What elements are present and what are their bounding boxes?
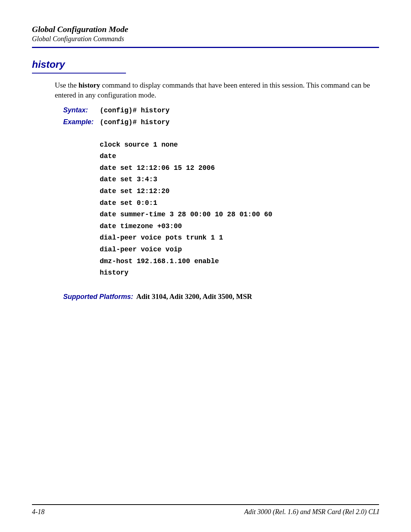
output-line: date timezone +03:00 bbox=[100, 220, 379, 232]
output-line: date set 0:0:1 bbox=[100, 197, 379, 209]
syntax-label: Syntax: bbox=[63, 106, 100, 114]
command-heading: history bbox=[32, 59, 126, 73]
definition-table: Syntax: (config)# history Example: (conf… bbox=[63, 106, 379, 126]
section-path: Global Configuration Commands bbox=[32, 35, 379, 43]
desc-pre: Use the bbox=[55, 81, 78, 89]
example-row: Example: (config)# history bbox=[63, 118, 379, 126]
header-divider bbox=[32, 47, 379, 48]
supported-platforms-value: Adit 3104, Adit 3200, Adit 3500, MSR bbox=[136, 292, 252, 301]
history-output: clock source 1 none date date set 12:12:… bbox=[100, 139, 379, 279]
supported-platforms-label: Supported Platforms: bbox=[63, 293, 133, 301]
page-footer: 4-18 Adit 3000 (Rel. 1.6) and MSR Card (… bbox=[32, 504, 379, 516]
command-description: Use the history command to display comma… bbox=[55, 80, 379, 100]
output-line: dmz-host 192.168.1.100 enable bbox=[100, 256, 379, 267]
output-line: date bbox=[100, 150, 379, 162]
output-line: clock source 1 none bbox=[100, 139, 379, 151]
output-line: date summer-time 3 28 00:00 10 28 01:00 … bbox=[100, 209, 379, 220]
syntax-value: (config)# history bbox=[100, 107, 170, 114]
command-body: Use the history command to display comma… bbox=[55, 80, 379, 300]
example-label: Example: bbox=[63, 118, 100, 126]
output-line: dial-peer voice pots trunk 1 1 bbox=[100, 232, 379, 244]
desc-post: command to display commands that have be… bbox=[55, 81, 370, 99]
output-line: date set 12:12:20 bbox=[100, 185, 379, 197]
supported-platforms-row: Supported Platforms: Adit 3104, Adit 320… bbox=[63, 292, 379, 301]
output-line: history bbox=[100, 267, 379, 279]
output-line: dial-peer voice voip bbox=[100, 244, 379, 256]
chapter-title: Global Configuration Mode bbox=[32, 24, 379, 34]
doc-title: Adit 3000 (Rel. 1.6) and MSR Card (Rel 2… bbox=[244, 508, 379, 516]
page-number: 4-18 bbox=[32, 508, 45, 516]
example-value: (config)# history bbox=[100, 118, 170, 126]
syntax-row: Syntax: (config)# history bbox=[63, 106, 379, 114]
desc-bold: history bbox=[78, 81, 100, 89]
page-header: Global Configuration Mode Global Configu… bbox=[32, 24, 379, 48]
output-line: date set 3:4:3 bbox=[100, 174, 379, 185]
output-line: date set 12:12:06 15 12 2006 bbox=[100, 162, 379, 174]
